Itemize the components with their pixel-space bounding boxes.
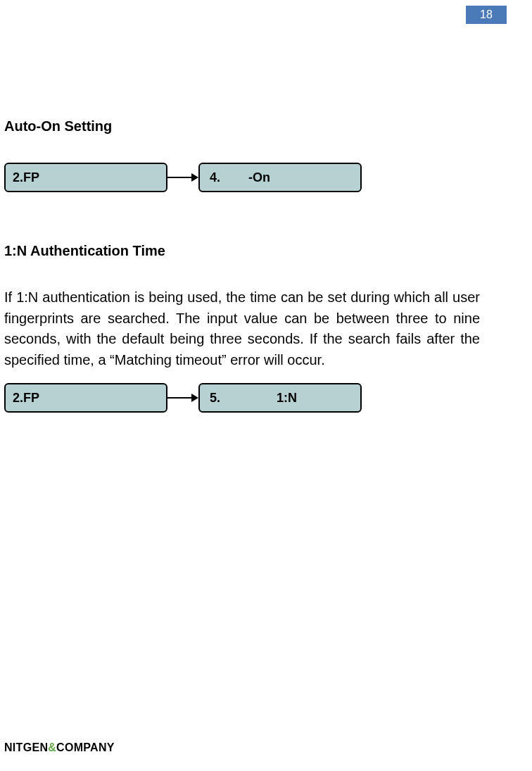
svg-marker-1: [191, 173, 198, 182]
arrow-icon: [167, 383, 198, 413]
flow-box-source-1: 2.FP: [4, 163, 167, 192]
section-heading-auto-on: Auto-On Setting: [4, 118, 480, 134]
flow-box-number: 5.: [210, 391, 220, 406]
page-number-badge: 18: [466, 6, 507, 24]
page-number: 18: [480, 8, 493, 21]
svg-marker-3: [191, 394, 198, 402]
flow-box-label-group: 5. 1:N: [207, 391, 353, 406]
brand-ampersand: &: [48, 741, 56, 753]
flow-box-label-group: 4. -On: [207, 170, 353, 185]
flow-box-number: 4.: [210, 170, 220, 185]
brand-text-left: NITGEN: [4, 741, 48, 753]
paragraph-1n-auth: If 1:N authentication is being used, the…: [4, 287, 480, 370]
page-content: Auto-On Setting 2.FP 4. -On 1:N Authenti…: [4, 118, 480, 451]
flow-box-text: 1:N: [277, 391, 297, 406]
flow-box-target-1: 4. -On: [198, 163, 362, 192]
section-heading-1n-auth: 1:N Authentication Time: [4, 243, 480, 259]
brand-text-right: COMPANY: [56, 741, 115, 753]
flow-row-auto-on: 2.FP 4. -On: [4, 163, 480, 192]
footer-brand: NITGEN&COMPANY: [4, 741, 115, 754]
flow-box-target-2: 5. 1:N: [198, 383, 362, 413]
flow-row-1n-auth: 2.FP 5. 1:N: [4, 383, 480, 413]
arrow-icon: [167, 163, 198, 192]
flow-box-text: -On: [248, 170, 270, 185]
flow-box-label: 2.FP: [13, 391, 39, 406]
flow-box-label: 2.FP: [13, 170, 39, 185]
flow-box-source-2: 2.FP: [4, 383, 167, 413]
